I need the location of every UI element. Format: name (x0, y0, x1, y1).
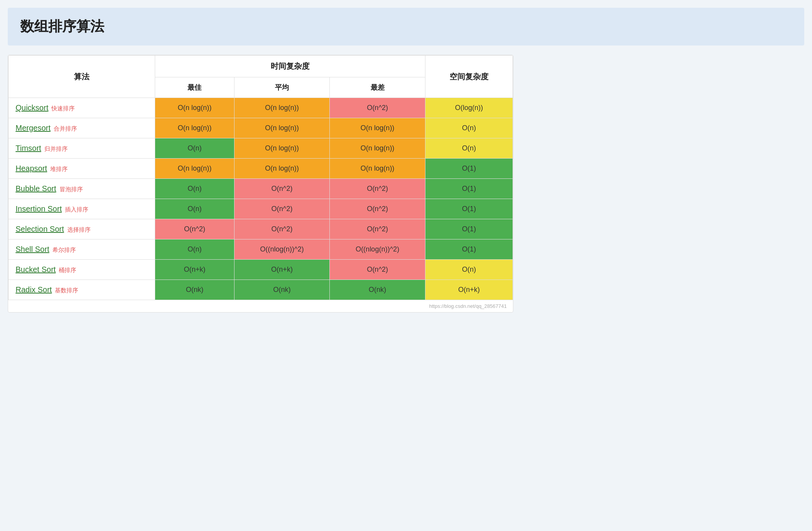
table-row: Selection Sort选择排序O(n^2)O(n^2)O(n^2)O(1) (9, 219, 513, 239)
avg-cell: O(n^2) (234, 219, 330, 239)
algo-cell: Bucket Sort桶排序 (9, 260, 155, 280)
page-title: 数组排序算法 (20, 17, 792, 36)
algo-chinese: 快速排序 (51, 105, 75, 112)
worst-cell: O(n^2) (330, 98, 425, 118)
algo-chinese: 希尔排序 (52, 246, 76, 253)
algo-link[interactable]: Timsort (16, 144, 41, 152)
space-cell: O(1) (425, 179, 513, 199)
algo-cell: Bubble Sort冒泡排序 (9, 179, 155, 199)
algo-link[interactable]: Mergesort (16, 124, 51, 132)
table-row: Heapsort堆排序O(n log(n))O(n log(n))O(n log… (9, 159, 513, 179)
algo-link[interactable]: Heapsort (16, 164, 47, 173)
best-cell: O(n log(n)) (155, 98, 234, 118)
table-row: Bubble Sort冒泡排序O(n)O(n^2)O(n^2)O(1) (9, 179, 513, 199)
avg-cell: O(n^2) (234, 179, 330, 199)
algo-cell: Selection Sort选择排序 (9, 219, 155, 239)
algo-link[interactable]: Selection Sort (16, 225, 64, 233)
algo-link[interactable]: Bubble Sort (16, 184, 56, 193)
worst-cell: O(nk) (330, 280, 425, 300)
worst-cell: O(n^2) (330, 260, 425, 280)
table-container: 算法 时间复杂度 空间复杂度 最佳 平均 最差 Quicksort快速排序O(n… (8, 55, 513, 313)
worst-cell: O(n log(n)) (330, 118, 425, 138)
algo-cell: Quicksort快速排序 (9, 98, 155, 118)
algo-cell: Insertion Sort插入排序 (9, 199, 155, 219)
algo-link[interactable]: Bucket Sort (16, 265, 56, 274)
best-cell: O(nk) (155, 280, 234, 300)
col-algo-header: 算法 (9, 56, 155, 98)
avg-cell: O(n log(n)) (234, 118, 330, 138)
table-row: Timsort归并排序O(n)O(n log(n))O(n log(n))O(n… (9, 138, 513, 159)
best-cell: O(n) (155, 138, 234, 159)
algo-link[interactable]: Shell Sort (16, 245, 49, 253)
avg-cell: O(n log(n)) (234, 159, 330, 179)
table-row: Shell Sort希尔排序O(n)O((nlog(n))^2)O((nlog(… (9, 239, 513, 260)
worst-cell: O(n log(n)) (330, 138, 425, 159)
algo-cell: Mergesort合并排序 (9, 118, 155, 138)
avg-cell: O(n^2) (234, 199, 330, 219)
algo-chinese: 选择排序 (67, 226, 91, 233)
table-row: Quicksort快速排序O(n log(n))O(n log(n))O(n^2… (9, 98, 513, 118)
space-cell: O(1) (425, 199, 513, 219)
watermark: https://blog.csdn.net/qq_28567741 (8, 300, 513, 312)
sub-best-header: 最佳 (155, 77, 234, 98)
space-cell: O(1) (425, 159, 513, 179)
table-row: Bucket Sort桶排序O(n+k)O(n+k)O(n^2)O(n) (9, 260, 513, 280)
algo-chinese: 堆排序 (50, 166, 68, 172)
worst-cell: O(n^2) (330, 179, 425, 199)
avg-cell: O((nlog(n))^2) (234, 239, 330, 260)
algo-chinese: 插入排序 (65, 206, 88, 213)
space-cell: O(n) (425, 260, 513, 280)
header-row: 算法 时间复杂度 空间复杂度 (9, 56, 513, 77)
best-cell: O(n) (155, 199, 234, 219)
avg-cell: O(nk) (234, 280, 330, 300)
best-cell: O(n) (155, 179, 234, 199)
table-row: Radix Sort基数排序O(nk)O(nk)O(nk)O(n+k) (9, 280, 513, 300)
best-cell: O(n log(n)) (155, 118, 234, 138)
worst-cell: O(n log(n)) (330, 159, 425, 179)
col-space-header: 空间复杂度 (425, 56, 513, 98)
space-cell: O(n+k) (425, 280, 513, 300)
algo-cell: Heapsort堆排序 (9, 159, 155, 179)
sub-avg-header: 平均 (234, 77, 330, 98)
worst-cell: O((nlog(n))^2) (330, 239, 425, 260)
space-cell: O(1) (425, 239, 513, 260)
algo-cell: Radix Sort基数排序 (9, 280, 155, 300)
algo-link[interactable]: Radix Sort (16, 285, 52, 294)
best-cell: O(n^2) (155, 219, 234, 239)
best-cell: O(n) (155, 239, 234, 260)
sorting-table: 算法 时间复杂度 空间复杂度 最佳 平均 最差 Quicksort快速排序O(n… (8, 55, 513, 300)
space-cell: O(1) (425, 219, 513, 239)
algo-link[interactable]: Quicksort (16, 103, 48, 112)
algo-chinese: 基数排序 (55, 287, 78, 293)
worst-cell: O(n^2) (330, 199, 425, 219)
algo-cell: Timsort归并排序 (9, 138, 155, 159)
space-cell: O(log(n)) (425, 98, 513, 118)
algo-cell: Shell Sort希尔排序 (9, 239, 155, 260)
best-cell: O(n log(n)) (155, 159, 234, 179)
col-time-header: 时间复杂度 (155, 56, 425, 77)
avg-cell: O(n log(n)) (234, 138, 330, 159)
table-row: Insertion Sort插入排序O(n)O(n^2)O(n^2)O(1) (9, 199, 513, 219)
table-row: Mergesort合并排序O(n log(n))O(n log(n))O(n l… (9, 118, 513, 138)
avg-cell: O(n log(n)) (234, 98, 330, 118)
algo-chinese: 归并排序 (44, 145, 68, 152)
algo-chinese: 合并排序 (54, 125, 77, 132)
page-header: 数组排序算法 (8, 8, 804, 45)
best-cell: O(n+k) (155, 260, 234, 280)
algo-chinese: 冒泡排序 (60, 186, 83, 192)
space-cell: O(n) (425, 138, 513, 159)
algo-chinese: 桶排序 (59, 267, 76, 273)
algo-link[interactable]: Insertion Sort (16, 204, 62, 213)
avg-cell: O(n+k) (234, 260, 330, 280)
sub-worst-header: 最差 (330, 77, 425, 98)
worst-cell: O(n^2) (330, 219, 425, 239)
space-cell: O(n) (425, 118, 513, 138)
